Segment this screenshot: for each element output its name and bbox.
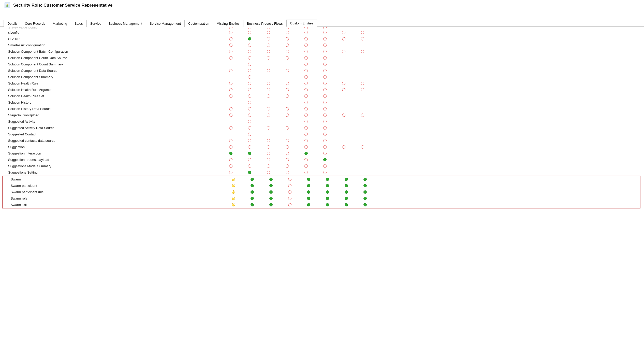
privilege-cell[interactable] [240, 44, 259, 47]
privilege-cell[interactable] [356, 197, 374, 200]
privilege-cell[interactable] [221, 114, 240, 117]
privilege-cell[interactable] [297, 145, 315, 149]
privilege-cell[interactable] [297, 56, 315, 60]
privilege-cell[interactable] [315, 158, 334, 161]
privilege-cell[interactable] [240, 107, 259, 110]
privilege-cell[interactable] [297, 88, 315, 91]
privilege-cell[interactable] [259, 139, 278, 142]
privilege-cell[interactable] [315, 107, 334, 110]
privilege-cell[interactable] [221, 56, 240, 60]
privilege-cell[interactable] [259, 107, 278, 110]
privilege-cell[interactable] [221, 152, 240, 155]
tab-business-process-flows[interactable]: Business Process Flows [243, 20, 287, 27]
privilege-cell[interactable] [337, 190, 356, 194]
tab-business-management[interactable]: Business Management [105, 20, 146, 27]
privilege-cell[interactable] [315, 69, 334, 72]
privilege-cell[interactable] [315, 27, 334, 29]
privilege-cell[interactable] [240, 171, 259, 174]
privilege-cell[interactable] [278, 126, 297, 130]
privilege-cell[interactable] [278, 171, 297, 174]
privilege-cell[interactable] [240, 31, 259, 34]
privilege-cell[interactable] [315, 126, 334, 130]
privilege-cell[interactable] [315, 37, 334, 40]
privilege-cell[interactable] [356, 178, 374, 181]
privilege-cell[interactable] [280, 184, 299, 187]
privilege-cell[interactable] [297, 114, 315, 117]
privilege-cell[interactable] [221, 69, 240, 72]
privilege-cell[interactable] [259, 82, 278, 85]
privilege-cell[interactable] [259, 37, 278, 40]
privilege-cell[interactable] [243, 178, 261, 181]
privilege-cell[interactable] [297, 133, 315, 136]
privilege-cell[interactable] [315, 94, 334, 98]
privilege-cell[interactable] [278, 82, 297, 85]
privilege-cell[interactable] [334, 50, 353, 53]
privilege-cell[interactable] [299, 197, 318, 200]
privilege-cell[interactable] [334, 114, 353, 117]
privilege-cell[interactable] [297, 120, 315, 123]
privilege-cell[interactable] [221, 37, 240, 40]
privilege-cell[interactable] [240, 56, 259, 60]
privilege-cell[interactable] [297, 126, 315, 130]
privilege-cell[interactable] [297, 27, 315, 29]
privilege-cell[interactable] [278, 114, 297, 117]
privilege-cell[interactable] [278, 158, 297, 161]
privilege-cell[interactable] [240, 133, 259, 136]
privilege-cell[interactable] [259, 126, 278, 130]
privilege-cell[interactable] [280, 178, 299, 181]
privilege-cell[interactable] [221, 44, 240, 47]
privilege-cell[interactable] [297, 107, 315, 110]
privilege-cell[interactable] [315, 171, 334, 174]
privilege-cell[interactable] [224, 197, 243, 200]
privilege-cell[interactable] [337, 203, 356, 206]
privilege-cell[interactable] [315, 145, 334, 149]
privilege-cell[interactable] [224, 203, 243, 206]
privilege-cell[interactable] [243, 203, 261, 206]
privilege-cell[interactable] [221, 126, 240, 130]
privilege-cell[interactable] [334, 82, 353, 85]
privilege-cell[interactable] [259, 94, 278, 98]
privilege-cell[interactable] [240, 101, 259, 104]
privilege-cell[interactable] [240, 126, 259, 130]
privilege-cell[interactable] [259, 88, 278, 91]
privilege-cell[interactable] [297, 82, 315, 85]
privilege-cell[interactable] [353, 88, 372, 91]
privilege-cell[interactable] [259, 145, 278, 149]
privilege-cell[interactable] [334, 31, 353, 34]
privilege-cell[interactable] [297, 31, 315, 34]
privilege-cell[interactable] [278, 31, 297, 34]
privilege-cell[interactable] [240, 139, 259, 142]
privilege-cell[interactable] [221, 158, 240, 161]
privilege-cell[interactable] [297, 139, 315, 142]
privilege-cell[interactable] [278, 69, 297, 72]
privilege-cell[interactable] [240, 88, 259, 91]
privilege-cell[interactable] [221, 50, 240, 53]
privilege-cell[interactable] [240, 82, 259, 85]
privilege-cell[interactable] [240, 94, 259, 98]
privilege-cell[interactable] [318, 190, 337, 194]
privilege-cell[interactable] [240, 63, 259, 66]
tab-custom-entities[interactable]: Custom Entities [286, 20, 317, 27]
privilege-cell[interactable] [259, 114, 278, 117]
privilege-cell[interactable] [259, 50, 278, 53]
privilege-cell[interactable] [224, 190, 243, 194]
privilege-cell[interactable] [315, 31, 334, 34]
privilege-cell[interactable] [315, 44, 334, 47]
privilege-cell[interactable] [261, 178, 280, 181]
privilege-cell[interactable] [280, 197, 299, 200]
privilege-cell[interactable] [259, 27, 278, 29]
privilege-cell[interactable] [334, 37, 353, 40]
tab-core-records[interactable]: Core Records [21, 20, 49, 27]
privilege-cell[interactable] [221, 94, 240, 98]
privilege-cell[interactable] [318, 178, 337, 181]
privilege-cell[interactable] [243, 197, 261, 200]
privilege-cell[interactable] [221, 164, 240, 168]
privilege-cell[interactable] [221, 27, 240, 29]
privilege-cell[interactable] [356, 184, 374, 187]
privilege-cell[interactable] [334, 145, 353, 149]
privilege-cell[interactable] [259, 152, 278, 155]
privilege-cell[interactable] [259, 31, 278, 34]
privilege-cell[interactable] [297, 164, 315, 168]
privilege-cell[interactable] [240, 164, 259, 168]
privilege-cell[interactable] [259, 171, 278, 174]
